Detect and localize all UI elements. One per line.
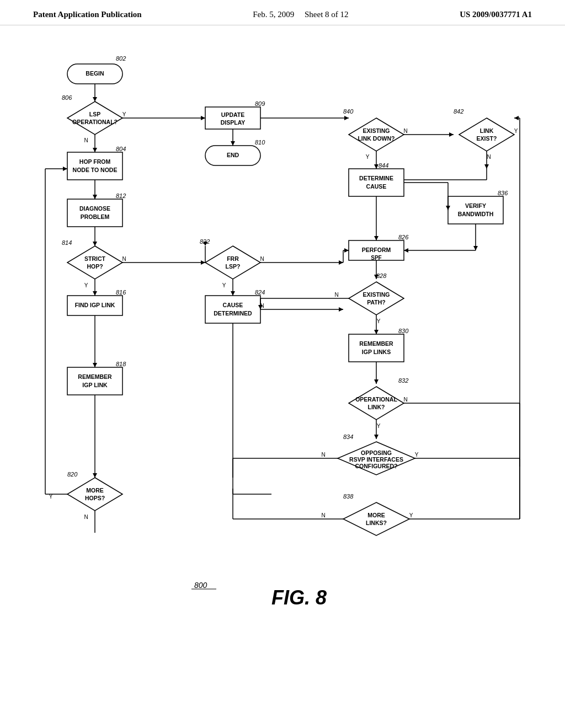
date-sheet: Feb. 5, 2009 Sheet 8 of 12 xyxy=(253,10,348,19)
svg-text:N: N xyxy=(260,256,264,262)
svg-marker-184 xyxy=(514,116,519,120)
svg-marker-74 xyxy=(339,260,343,265)
svg-text:842: 842 xyxy=(454,108,463,115)
svg-text:Y: Y xyxy=(409,512,413,518)
svg-text:HOPS?: HOPS? xyxy=(85,495,105,501)
svg-text:804: 804 xyxy=(116,146,126,152)
svg-text:N: N xyxy=(403,128,407,134)
svg-text:826: 826 xyxy=(398,234,409,240)
svg-text:PROBLEM: PROBLEM xyxy=(81,213,110,220)
svg-text:OPERATIONAL: OPERATIONAL xyxy=(355,396,397,403)
svg-text:MORE: MORE xyxy=(86,487,104,494)
svg-text:N: N xyxy=(122,256,126,262)
svg-text:Y: Y xyxy=(84,282,88,288)
patent-number: US 2009/0037771 A1 xyxy=(460,10,532,19)
svg-marker-170 xyxy=(473,246,478,250)
svg-text:EXISTING: EXISTING xyxy=(363,127,390,134)
svg-text:812: 812 xyxy=(116,192,126,199)
svg-text:FIG. 8: FIG. 8 xyxy=(271,586,327,609)
svg-text:FRR: FRR xyxy=(227,255,239,262)
svg-marker-11 xyxy=(201,116,205,120)
svg-text:838: 838 xyxy=(343,493,354,500)
svg-text:824: 824 xyxy=(255,289,265,296)
svg-text:802: 802 xyxy=(116,55,126,62)
svg-text:N: N xyxy=(487,154,491,160)
flowchart-svg: text { font-family: Arial, sans-serif; f… xyxy=(33,36,532,665)
svg-marker-47 xyxy=(93,473,97,478)
svg-text:Y: Y xyxy=(122,111,126,117)
svg-text:N: N xyxy=(403,397,407,403)
svg-text:UPDATE: UPDATE xyxy=(221,111,244,118)
svg-text:SPF: SPF xyxy=(371,255,381,261)
diagram-area: text { font-family: Arial, sans-serif; f… xyxy=(0,25,565,676)
svg-marker-41 xyxy=(93,363,97,367)
svg-text:REMEMBER: REMEMBER xyxy=(359,340,393,347)
svg-text:814: 814 xyxy=(62,239,72,246)
svg-text:Y: Y xyxy=(222,282,226,288)
svg-text:N: N xyxy=(321,452,325,458)
svg-text:LINK?: LINK? xyxy=(368,404,385,410)
svg-text:END: END xyxy=(227,152,239,158)
svg-marker-26 xyxy=(93,242,97,246)
svg-text:806: 806 xyxy=(62,94,72,101)
svg-text:809: 809 xyxy=(255,100,265,107)
svg-marker-136 xyxy=(374,330,379,334)
svg-marker-97 xyxy=(374,164,379,169)
svg-marker-111 xyxy=(344,116,349,120)
svg-marker-86 xyxy=(339,307,343,312)
svg-text:PATH?: PATH? xyxy=(367,299,385,306)
svg-text:836: 836 xyxy=(498,190,508,196)
svg-marker-94 xyxy=(449,132,454,137)
svg-text:Y: Y xyxy=(377,423,381,429)
svg-text:Y: Y xyxy=(377,318,381,324)
svg-text:OPPOSING: OPPOSING xyxy=(361,449,392,456)
svg-text:VERIFY: VERIFY xyxy=(465,202,486,209)
svg-text:800: 800 xyxy=(194,581,207,590)
svg-text:DIAGNOSE: DIAGNOSE xyxy=(79,205,110,212)
svg-text:828: 828 xyxy=(376,272,387,279)
svg-text:BANDWIDTH: BANDWIDTH xyxy=(458,211,494,217)
svg-text:834: 834 xyxy=(343,433,353,440)
svg-text:818: 818 xyxy=(116,361,126,367)
svg-text:IGP LINKS: IGP LINKS xyxy=(362,349,391,355)
svg-rect-59 xyxy=(205,107,260,129)
svg-text:810: 810 xyxy=(255,139,265,146)
svg-text:CONFIGURED?: CONFIGURED? xyxy=(355,463,398,469)
svg-text:EXIST?: EXIST? xyxy=(477,135,497,142)
svg-marker-13 xyxy=(93,148,97,152)
svg-text:STRICT: STRICT xyxy=(84,255,106,262)
svg-text:N: N xyxy=(321,512,325,518)
svg-marker-4 xyxy=(93,97,97,101)
svg-text:CAUSE: CAUSE xyxy=(366,183,387,190)
svg-text:HOP FROM: HOP FROM xyxy=(79,158,111,165)
publication-label: Patent Application Publication xyxy=(33,10,142,19)
svg-text:LSP?: LSP? xyxy=(226,263,241,270)
sheet: Sheet 8 of 12 xyxy=(305,10,349,19)
svg-text:Y: Y xyxy=(366,154,370,160)
svg-marker-64 xyxy=(231,141,235,146)
svg-text:840: 840 xyxy=(343,108,354,115)
svg-text:RSVP INTERFACES: RSVP INTERFACES xyxy=(349,456,403,463)
svg-text:HOP?: HOP? xyxy=(87,263,103,270)
svg-marker-56 xyxy=(63,167,67,171)
svg-text:EXISTING: EXISTING xyxy=(363,291,390,298)
svg-text:844: 844 xyxy=(379,162,388,169)
svg-text:DISPLAY: DISPLAY xyxy=(221,119,246,126)
svg-marker-123 xyxy=(344,248,349,253)
svg-marker-116 xyxy=(374,236,379,240)
svg-text:830: 830 xyxy=(398,328,409,334)
svg-text:REMEMBER: REMEMBER xyxy=(78,373,112,380)
svg-text:N: N xyxy=(84,137,88,143)
svg-marker-20 xyxy=(93,195,97,199)
svg-text:CAUSE: CAUSE xyxy=(223,302,243,308)
svg-marker-77 xyxy=(231,291,235,296)
svg-text:816: 816 xyxy=(116,289,126,296)
svg-text:IGP LINK: IGP LINK xyxy=(82,382,108,388)
svg-text:MORE: MORE xyxy=(367,512,385,518)
svg-text:BEGIN: BEGIN xyxy=(86,70,104,77)
svg-text:Y: Y xyxy=(415,452,419,458)
svg-text:LINK DOWN?: LINK DOWN? xyxy=(358,135,395,142)
svg-text:N: N xyxy=(84,514,88,520)
svg-text:OPERATIONAL?: OPERATIONAL? xyxy=(72,119,118,125)
date: Feb. 5, 2009 xyxy=(253,10,294,19)
